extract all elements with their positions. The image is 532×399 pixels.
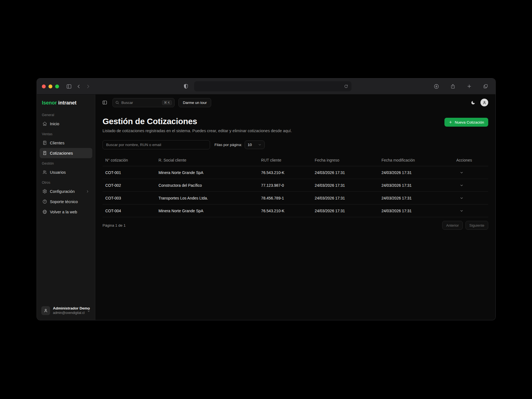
cell-created: 24/03/2026 17:31 [312, 192, 379, 204]
user-email: admin@oxendigital.cl [53, 311, 84, 315]
tour-button[interactable]: Darme un tour [178, 98, 211, 107]
sidebar-item-label: Volver a la web [50, 210, 77, 214]
table-row: COT-003 Transportes Los Andes Ltda. 78.4… [103, 192, 488, 204]
sidebar-spacer [40, 217, 92, 305]
account-button[interactable] [480, 99, 488, 106]
column-header-created: Fecha ingreso [312, 154, 379, 166]
rows-per-page-label: Filas por página: [214, 143, 242, 147]
column-header-num: N° cotización [103, 154, 156, 166]
cell-num: COT-003 [103, 192, 156, 204]
table-row: COT-004 Minera Norte Grande SpA 76.543.2… [103, 204, 488, 217]
sidebar-item-soporte-tecnico[interactable]: Soporte técnico [40, 196, 92, 207]
cell-client: Transportes Los Andes Ltda. [156, 192, 258, 204]
app-logo: Isenor intranet [40, 99, 92, 110]
sidebar-section-gestion: Gestión [40, 158, 92, 167]
main-area: ⌘ K Darme un tour Gestión de Cotizacione… [95, 94, 495, 320]
previous-page-button[interactable]: Anterior [442, 221, 463, 230]
chevron-down-icon [258, 143, 262, 147]
notebook-icon [42, 140, 47, 145]
privacy-shield-icon[interactable] [181, 83, 191, 90]
logo-primary: Isenor [42, 100, 57, 106]
column-header-rut: RUT cliente [258, 154, 312, 166]
sidebar-item-label: Clientes [50, 141, 64, 145]
dark-mode-toggle-icon[interactable] [471, 100, 475, 105]
new-tab-icon[interactable] [464, 83, 474, 90]
topbar-right [471, 99, 488, 106]
sidebar-item-cotizaciones[interactable]: Cotizaciones [40, 148, 92, 158]
page-content: Gestión de Cotizaciones Listado de cotiz… [95, 111, 495, 230]
row-actions-chevron-icon[interactable] [459, 195, 465, 201]
sidebar-item-usuarios[interactable]: Usuarios [40, 167, 92, 177]
user-name: Administrador Demo [53, 306, 84, 311]
cell-modified: 24/03/2026 17:31 [379, 192, 454, 204]
next-page-button[interactable]: Siguiente [466, 221, 488, 230]
rows-per-page-select[interactable]: 10 [245, 140, 265, 149]
cell-rut: 76.543.210-K [258, 166, 312, 179]
chevrons-up-down-icon [87, 309, 91, 313]
zoom-window-button[interactable] [55, 85, 59, 88]
cell-rut: 76.543.210-K [258, 204, 312, 217]
browser-titlebar [37, 78, 495, 94]
home-icon [42, 121, 47, 126]
page-title: Gestión de Cotizaciones [103, 117, 292, 126]
global-search-input[interactable] [121, 101, 160, 105]
sidebar-section-ventas: Ventas [40, 129, 92, 138]
row-actions-chevron-icon[interactable] [459, 182, 465, 188]
sidebar-item-label: Usuarios [50, 170, 66, 175]
user-menu[interactable]: Administrador Demo admin@oxendigital.cl [40, 305, 92, 317]
app-sidebar-toggle-icon[interactable] [101, 99, 109, 106]
table-header-row: N° cotización R. Social cliente RUT clie… [103, 154, 488, 166]
share-icon[interactable] [448, 83, 458, 90]
reload-icon[interactable] [344, 84, 348, 88]
plus-icon [449, 120, 452, 124]
cell-num: COT-002 [103, 179, 156, 192]
sidebar-item-clientes[interactable]: Clientes [40, 138, 92, 148]
minimize-window-button[interactable] [48, 85, 52, 88]
sidebar-item-label: Cotizaciones [50, 151, 73, 155]
users-icon [42, 170, 47, 175]
user-meta: Administrador Demo admin@oxendigital.cl [53, 306, 84, 315]
browser-address-bar[interactable] [194, 81, 351, 91]
globe-icon [42, 209, 47, 214]
page-info: Página 1 de 1 [103, 223, 126, 227]
sidebar: Isenor intranet General Inicio Ventas Cl… [37, 94, 95, 320]
sidebar-item-configuracion[interactable]: Configuración [40, 186, 92, 196]
browser-toolbar-right [431, 83, 490, 90]
search-icon [115, 101, 119, 104]
page-header: Gestión de Cotizaciones Listado de cotiz… [103, 117, 488, 133]
browser-back-button[interactable] [74, 83, 83, 90]
column-header-client: R. Social cliente [156, 154, 258, 166]
cell-created: 24/03/2026 17:31 [312, 166, 379, 179]
downloads-icon[interactable] [431, 83, 441, 90]
global-search[interactable]: ⌘ K [112, 98, 175, 107]
column-header-modified: Fecha modificación [379, 154, 454, 166]
cell-num: COT-004 [103, 204, 156, 217]
row-actions-chevron-icon[interactable] [459, 208, 465, 214]
browser-sidebar-toggle-icon[interactable] [64, 83, 74, 90]
cell-created: 24/03/2026 17:31 [312, 179, 379, 192]
sidebar-item-label: Configuración [50, 189, 75, 194]
cell-created: 24/03/2026 17:31 [312, 204, 379, 217]
column-header-actions: Acciones [454, 154, 488, 166]
receipt-icon [42, 151, 47, 155]
new-quote-button[interactable]: Nueva Cotización [444, 118, 488, 127]
sidebar-item-label: Soporte técnico [50, 200, 78, 204]
sidebar-section-general: General [40, 110, 92, 119]
rows-per-page-value: 10 [248, 143, 252, 147]
cell-client: Constructora del Pacífico [156, 179, 258, 192]
tab-overview-icon[interactable] [481, 83, 490, 90]
sidebar-item-volver-a-la-web[interactable]: Volver a la web [40, 207, 92, 217]
sidebar-item-inicio[interactable]: Inicio [40, 119, 92, 129]
cell-num: COT-001 [103, 166, 156, 179]
page-subtitle: Listado de cotizaciones registradas en e… [103, 129, 292, 133]
sidebar-item-label: Inicio [50, 122, 59, 126]
close-window-button[interactable] [42, 85, 46, 88]
table-search-input[interactable] [103, 140, 210, 149]
row-actions-chevron-icon[interactable] [459, 170, 465, 176]
help-icon [42, 199, 47, 204]
browser-forward-button[interactable] [83, 83, 93, 90]
cell-modified: 24/03/2026 17:31 [379, 179, 454, 192]
app-frame: Isenor intranet General Inicio Ventas Cl… [37, 94, 495, 320]
quotes-table: N° cotización R. Social cliente RUT clie… [103, 154, 488, 217]
pagination: Página 1 de 1 Anterior Siguiente [103, 221, 488, 230]
